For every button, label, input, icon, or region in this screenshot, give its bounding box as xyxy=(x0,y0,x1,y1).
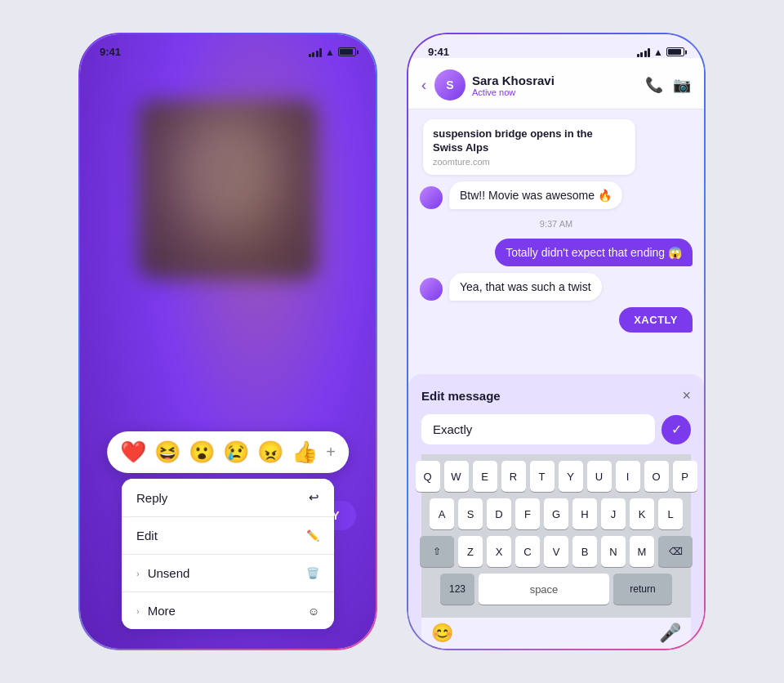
battery-icon-2 xyxy=(666,47,684,56)
contact-avatar: S xyxy=(434,69,466,100)
return-key[interactable]: return xyxy=(613,574,672,605)
edit-modal-close-button[interactable]: × xyxy=(682,387,691,404)
status-icons-1: ▲ xyxy=(309,47,356,58)
key-i[interactable]: I xyxy=(616,461,640,492)
wifi-icon-2: ▲ xyxy=(653,47,663,58)
delete-key[interactable]: ⌫ xyxy=(658,536,693,567)
key-g[interactable]: G xyxy=(544,498,568,529)
reply-icon: ↩ xyxy=(309,490,319,505)
more-expand-icon: › xyxy=(136,606,140,616)
context-unsend-label: Unsend xyxy=(148,566,190,580)
context-unsend[interactable]: › Unsend 🗑️ xyxy=(122,555,334,592)
phone-2: 9:41 ▲ ‹ S xyxy=(405,31,707,652)
key-q[interactable]: Q xyxy=(416,461,440,492)
wifi-icon: ▲ xyxy=(325,47,335,58)
emoji-heart[interactable]: ❤️ xyxy=(120,440,146,465)
contact-status: Active now xyxy=(472,87,639,97)
edit-message-modal: Edit message × ✓ Q W E R xyxy=(408,374,704,649)
edit-icon: ✏️ xyxy=(306,529,319,542)
key-y[interactable]: Y xyxy=(559,461,583,492)
key-c[interactable]: C xyxy=(515,536,540,567)
keyboard-row-4: 123 space return xyxy=(425,574,688,605)
phone-2-screen: 9:41 ▲ ‹ S xyxy=(408,34,704,649)
message-sent-1: Totally didn't expect that ending 😱 xyxy=(495,239,693,266)
message-avatar-2 xyxy=(420,278,443,301)
context-reply-label: Reply xyxy=(136,491,167,505)
key-s[interactable]: S xyxy=(458,498,483,529)
key-t[interactable]: T xyxy=(530,461,555,492)
contact-info: Sara Khosravi Active now xyxy=(472,74,639,97)
key-u[interactable]: U xyxy=(587,461,612,492)
phone-1: 9:41 ▲ ❤️ xyxy=(77,31,379,652)
keyboard-row-3: ⇧ Z X C V B N M ⌫ xyxy=(425,536,688,567)
contact-name: Sara Khosravi xyxy=(472,74,639,87)
unsend-expand-icon: › xyxy=(136,569,140,578)
checkmark-icon: ✓ xyxy=(671,422,682,437)
key-z[interactable]: Z xyxy=(458,536,483,567)
message-bubble-received-2: Yea, that was such a twist xyxy=(449,273,602,301)
trash-icon: 🗑️ xyxy=(306,567,319,579)
message-received-1: Btw!! Movie was awesome 🔥 xyxy=(420,181,622,209)
battery-icon xyxy=(338,47,356,56)
emoji-surprised[interactable]: 😮 xyxy=(189,440,215,465)
context-edit-label: Edit xyxy=(136,529,158,542)
edit-input-row: ✓ xyxy=(421,414,691,444)
context-reply[interactable]: Reply ↩ xyxy=(122,479,334,517)
time-2: 9:41 xyxy=(428,46,449,58)
signal-icon-2 xyxy=(637,47,651,57)
emoji-laughing[interactable]: 😆 xyxy=(154,440,180,465)
key-n[interactable]: N xyxy=(601,536,626,567)
emoji-more-button[interactable]: + xyxy=(326,443,336,462)
key-l[interactable]: L xyxy=(658,498,683,529)
key-x[interactable]: X xyxy=(487,536,511,567)
key-v[interactable]: V xyxy=(544,536,568,567)
emoji-crying[interactable]: 😢 xyxy=(223,440,249,465)
video-icon[interactable]: 📷 xyxy=(673,76,691,94)
space-key[interactable]: space xyxy=(479,574,609,605)
shift-key[interactable]: ⇧ xyxy=(420,536,454,567)
signal-icon xyxy=(309,47,323,57)
key-r[interactable]: R xyxy=(501,461,526,492)
status-icons-2: ▲ xyxy=(637,47,684,58)
header-actions: 📞 📷 xyxy=(645,76,691,94)
keyboard: Q W E R T Y U I O P A S xyxy=(421,454,691,618)
emoji-reaction-bar: ❤️ 😆 😮 😢 😠 👍 + xyxy=(107,431,349,473)
link-preview-url: zoomture.com xyxy=(433,157,626,167)
keyboard-row-1: Q W E R T Y U I O P xyxy=(425,461,688,492)
key-j[interactable]: J xyxy=(601,498,626,529)
message-sent-xactly: XACTLY xyxy=(619,307,693,333)
more-icon: ☺ xyxy=(308,605,319,618)
key-h[interactable]: H xyxy=(572,498,597,529)
emoji-keyboard-icon[interactable]: 😊 xyxy=(431,623,453,644)
message-bubble-received-1: Btw!! Movie was awesome 🔥 xyxy=(449,181,622,209)
chat-messages: suspension bridge opens in the Swiss Alp… xyxy=(408,109,704,374)
link-preview-title: suspension bridge opens in the Swiss Alp… xyxy=(433,127,626,155)
message-avatar-1 xyxy=(420,186,443,209)
message-bubble-sent-1: Totally didn't expect that ending 😱 xyxy=(495,239,693,266)
phone-1-screen: 9:41 ▲ ❤️ xyxy=(80,34,376,649)
back-button[interactable]: ‹ xyxy=(421,77,426,94)
context-edit[interactable]: Edit ✏️ xyxy=(122,517,334,555)
key-d[interactable]: D xyxy=(487,498,511,529)
key-m[interactable]: M xyxy=(630,536,654,567)
emoji-angry[interactable]: 😠 xyxy=(257,440,283,465)
key-f[interactable]: F xyxy=(515,498,540,529)
edit-message-input[interactable] xyxy=(421,414,655,444)
microphone-icon[interactable]: 🎤 xyxy=(659,623,681,644)
key-e[interactable]: E xyxy=(473,461,497,492)
key-w[interactable]: W xyxy=(444,461,469,492)
context-more[interactable]: › More ☺ xyxy=(122,592,334,629)
status-bar-1: 9:41 ▲ xyxy=(80,34,376,58)
key-b[interactable]: B xyxy=(572,536,597,567)
keyboard-accessory-bar: 😊 🎤 xyxy=(421,618,691,649)
key-o[interactable]: O xyxy=(644,461,669,492)
edit-modal-title: Edit message xyxy=(421,389,501,403)
key-p[interactable]: P xyxy=(673,461,697,492)
edit-send-button[interactable]: ✓ xyxy=(662,415,691,444)
key-a[interactable]: A xyxy=(430,498,454,529)
numbers-key[interactable]: 123 xyxy=(440,574,474,605)
key-k[interactable]: K xyxy=(630,498,654,529)
emoji-thumbsup[interactable]: 👍 xyxy=(292,440,318,465)
keyboard-row-2: A S D F G H J K L xyxy=(425,498,688,529)
call-icon[interactable]: 📞 xyxy=(645,76,663,94)
